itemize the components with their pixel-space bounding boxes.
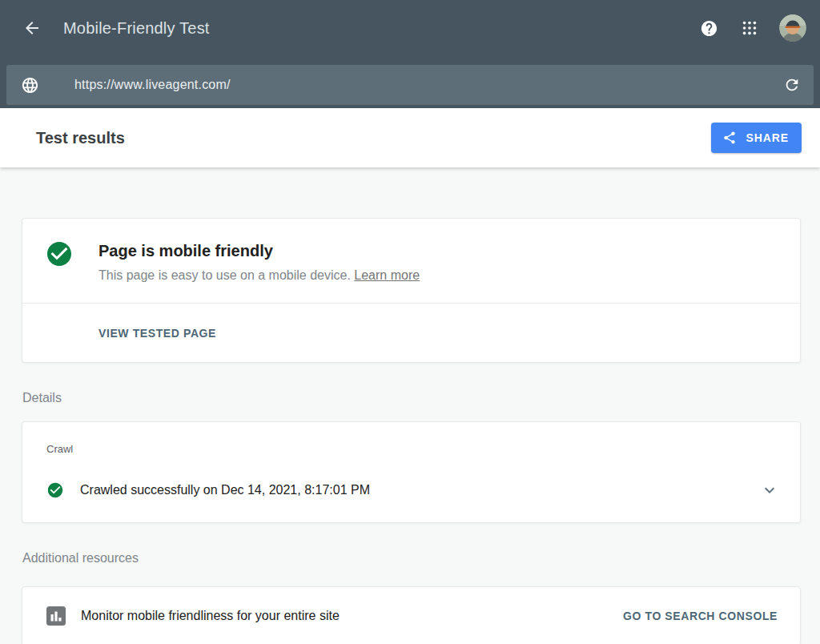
crawl-success-check-icon xyxy=(46,481,64,499)
url-bar-section: https://www.liveagent.com/ xyxy=(0,56,820,108)
success-check-icon xyxy=(45,239,74,268)
view-tested-page-button[interactable]: VIEW TESTED PAGE xyxy=(98,327,216,340)
learn-more-link[interactable]: Learn more xyxy=(354,268,420,282)
content-area: Page is mobile friendly This page is eas… xyxy=(0,167,820,644)
user-avatar[interactable] xyxy=(779,14,806,42)
refresh-icon xyxy=(783,76,801,94)
help-icon xyxy=(700,19,718,38)
crawl-group-label: Crawl xyxy=(46,443,800,455)
crawl-card: Crawl Crawled successfully on Dec 14, 20… xyxy=(22,421,801,523)
crawl-status-row[interactable]: Crawled successfully on Dec 14, 2021, 8:… xyxy=(22,481,800,522)
share-button-label: SHARE xyxy=(746,131,789,144)
bar-chart-icon xyxy=(46,606,66,626)
globe-icon xyxy=(21,76,39,95)
app-title: Mobile-Friendly Test xyxy=(63,19,210,38)
user-photo-icon xyxy=(779,14,806,42)
result-card: Page is mobile friendly This page is eas… xyxy=(22,218,801,363)
app-bar: Mobile-Friendly Test xyxy=(0,0,820,56)
apps-grid-button[interactable] xyxy=(741,19,758,37)
additional-resources-heading: Additional resources xyxy=(22,551,801,566)
share-button[interactable]: SHARE xyxy=(711,123,802,153)
result-status-description: This page is easy to use on a mobile dev… xyxy=(98,268,420,283)
refresh-button[interactable] xyxy=(783,76,801,94)
url-field[interactable]: https://www.liveagent.com/ xyxy=(6,65,814,105)
arrow-left-icon xyxy=(22,18,42,38)
share-icon xyxy=(722,131,746,145)
result-status-row: Page is mobile friendly This page is eas… xyxy=(22,219,800,304)
url-input[interactable]: https://www.liveagent.com/ xyxy=(74,78,231,92)
help-button[interactable] xyxy=(700,19,718,38)
page-title: Test results xyxy=(36,129,125,147)
details-heading: Details xyxy=(22,391,801,405)
resource-text: Monitor mobile friendliness for your ent… xyxy=(81,609,340,623)
chevron-down-icon[interactable] xyxy=(760,481,779,500)
go-to-search-console-button[interactable]: GO TO SEARCH CONSOLE xyxy=(623,610,778,622)
resource-card: Monitor mobile friendliness for your ent… xyxy=(22,586,801,644)
back-button[interactable] xyxy=(22,18,42,38)
apps-grid-icon xyxy=(741,19,758,37)
result-description-text: This page is easy to use on a mobile dev… xyxy=(98,268,351,282)
app-bar-actions xyxy=(677,14,806,42)
results-header-bar: Test results SHARE xyxy=(0,108,820,167)
result-card-footer: VIEW TESTED PAGE xyxy=(22,304,800,362)
result-status-title: Page is mobile friendly xyxy=(98,242,420,260)
result-text-block: Page is mobile friendly This page is eas… xyxy=(98,239,420,283)
crawl-status-text: Crawled successfully on Dec 14, 2021, 8:… xyxy=(80,483,370,497)
